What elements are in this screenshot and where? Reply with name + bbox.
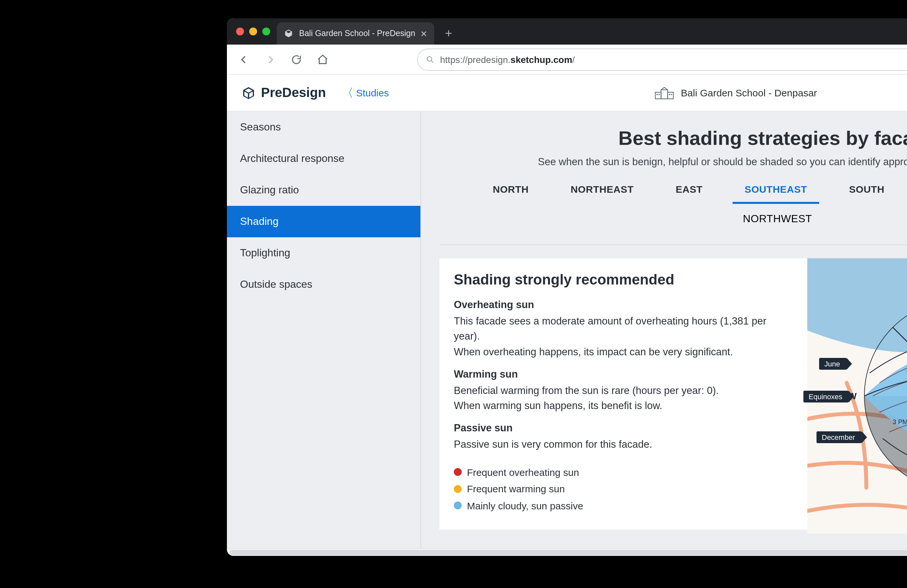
app-header: PreDesign 〈 Studies Bali Garden School -…: [227, 75, 907, 112]
svg-rect-3: [655, 92, 661, 99]
browser-toolbar: https://predesign.sketchup.com/: [227, 45, 907, 75]
legend-row-passive: Mainly cloudy, sun passive: [454, 497, 793, 514]
facade-tab-northeast[interactable]: NORTHEAST: [568, 180, 636, 201]
tab-title: Bali Garden School - PreDesign: [299, 29, 415, 38]
nav-forward-button[interactable]: [260, 49, 281, 70]
section-body: Passive sun is very common for this faca…: [454, 437, 793, 452]
sidebar-item-seasons[interactable]: Seasons: [227, 112, 420, 143]
address-url: https://predesign.sketchup.com/: [440, 54, 575, 65]
window-minimize-button[interactable]: [249, 27, 257, 35]
svg-rect-9: [671, 94, 672, 95]
legend-dot-yellow: [454, 485, 462, 493]
nav-back-button[interactable]: [234, 49, 255, 70]
facade-tabs: NORTH NORTHEAST EAST SOUTHEAST SOUTH SOU…: [439, 180, 907, 201]
window-close-button[interactable]: [236, 27, 244, 35]
sidebar-item-glazing-ratio[interactable]: Glazing ratio: [227, 174, 420, 206]
sun-diagram-panel: N E S W Inside of building June Equinoxe…: [807, 258, 907, 530]
app-brand-name: PreDesign: [261, 85, 326, 100]
page-title: Best shading strategies by facade: [439, 127, 907, 149]
search-icon: [426, 55, 435, 64]
facade-tab-north[interactable]: NORTH: [490, 180, 531, 201]
legend: Frequent overheating sun Frequent warmin…: [454, 464, 793, 514]
tag-june: June: [819, 358, 847, 370]
sidebar-item-label: Seasons: [240, 121, 281, 133]
section-body: Beneficial warming from the sun is rare …: [454, 383, 793, 398]
sidebar-item-label: Outside spaces: [240, 279, 312, 291]
horizontal-scrollbar[interactable]: [227, 548, 907, 556]
section-divider: [439, 244, 907, 245]
predesign-logo-icon: [241, 86, 256, 100]
tag-december: December: [817, 431, 862, 443]
sidebar: Seasons Architectural response Glazing r…: [227, 112, 421, 548]
facade-tab-southeast[interactable]: SOUTHEAST: [742, 180, 809, 201]
back-to-studies-link[interactable]: 〈 Studies: [341, 87, 389, 99]
sidebar-item-outside-spaces[interactable]: Outside spaces: [227, 269, 420, 300]
svg-rect-6: [657, 94, 658, 95]
app-logo[interactable]: PreDesign: [241, 85, 326, 100]
svg-rect-8: [669, 94, 670, 95]
facade-tabs-row2: NORTHWEST: [439, 209, 907, 232]
main-content: Best shading strategies by facade See wh…: [421, 112, 907, 548]
tab-close-button[interactable]: ✕: [420, 29, 428, 38]
chevron-left-icon: 〈: [341, 87, 353, 99]
facade-tab-south[interactable]: SOUTH: [846, 180, 887, 201]
tab-favicon: [283, 28, 294, 39]
sidebar-item-label: Glazing ratio: [240, 184, 299, 196]
project-indicator[interactable]: Bali Garden School - Denpasar: [654, 86, 817, 99]
legend-label: Frequent warming sun: [467, 481, 565, 497]
sidebar-item-label: Toplighting: [240, 247, 290, 259]
svg-rect-4: [668, 92, 673, 99]
address-bar[interactable]: https://predesign.sketchup.com/: [417, 48, 907, 70]
results-text-panel: Shading strongly recommended Overheating…: [439, 258, 807, 530]
legend-dot-red: [454, 468, 462, 476]
section-title-warming: Warming sun: [454, 368, 793, 380]
section-body: When warming sun happens, its benefit is…: [454, 398, 793, 413]
results-panel: Shading strongly recommended Overheating…: [439, 258, 907, 530]
browser-window: Bali Garden School - PreDesign ✕ ＋ h: [227, 18, 907, 556]
facade-tab-east[interactable]: EAST: [673, 180, 705, 201]
section-title-passive: Passive sun: [454, 422, 793, 434]
legend-row-overheating: Frequent overheating sun: [454, 464, 793, 481]
svg-rect-7: [659, 94, 660, 95]
nav-home-button[interactable]: [312, 49, 333, 70]
sidebar-item-architectural-response[interactable]: Architectural response: [227, 143, 420, 174]
nav-reload-button[interactable]: [286, 49, 307, 70]
legend-label: Frequent overheating sun: [467, 464, 579, 481]
new-tab-button[interactable]: ＋: [439, 24, 458, 42]
legend-row-warming: Frequent warming sun: [454, 481, 793, 497]
browser-tab[interactable]: Bali Garden School - PreDesign ✕: [277, 22, 434, 45]
tag-equinoxes: Equinoxes: [803, 391, 849, 403]
page-subtitle: See when the sun is benign, helpful or s…: [439, 156, 907, 168]
sidebar-item-label: Architectural response: [240, 153, 344, 165]
section-title-overheating: Overheating sun: [454, 299, 793, 311]
svg-point-0: [427, 56, 431, 61]
back-link-label: Studies: [356, 87, 389, 98]
sidebar-item-toplighting[interactable]: Toplighting: [227, 237, 420, 269]
sidebar-item-label: Shading: [240, 216, 279, 227]
time-label-3pm: 3 PM: [893, 418, 907, 425]
building-icon: [654, 86, 674, 99]
legend-dot-blue: [454, 502, 462, 510]
window-maximize-button[interactable]: [262, 27, 270, 35]
section-body: When overheating happens, its impact can…: [454, 344, 793, 359]
project-title: Bali Garden School - Denpasar: [681, 87, 817, 98]
legend-label: Mainly cloudy, sun passive: [467, 497, 583, 514]
window-controls: [234, 18, 277, 45]
svg-rect-5: [661, 89, 668, 99]
section-body: This facade sees a moderate amount of ov…: [454, 313, 793, 344]
app-body: Seasons Architectural response Glazing r…: [227, 112, 907, 548]
sidebar-item-shading[interactable]: Shading: [227, 206, 420, 237]
browser-tab-strip: Bali Garden School - PreDesign ✕ ＋: [227, 18, 907, 45]
results-heading: Shading strongly recommended: [454, 272, 793, 288]
facade-tab-northwest[interactable]: NORTHWEST: [740, 209, 814, 232]
